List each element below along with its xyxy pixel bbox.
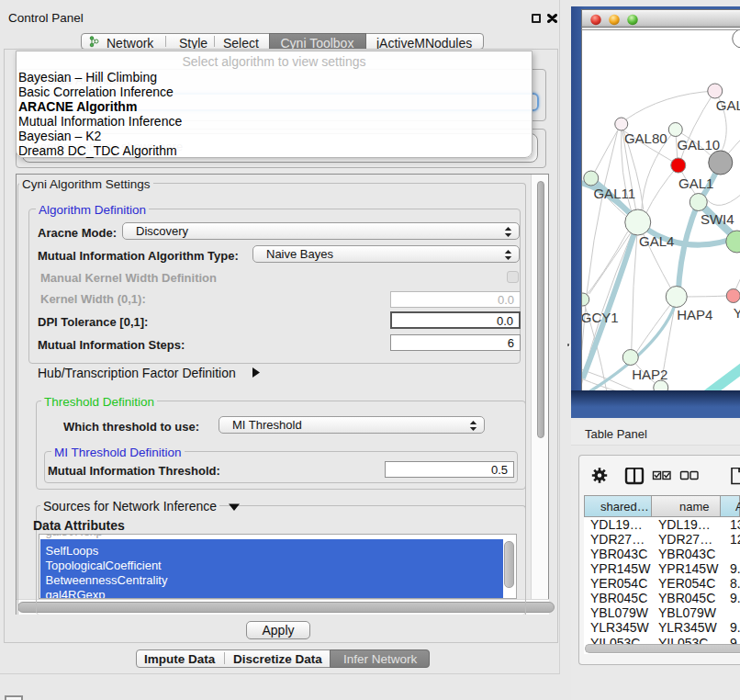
svg-text:HAP4: HAP4 bbox=[677, 307, 712, 322]
svg-text:Y: Y bbox=[734, 305, 740, 321]
svg-text:GCY1: GCY1 bbox=[581, 310, 619, 325]
svg-text:GAL4: GAL4 bbox=[639, 233, 674, 249]
svg-text:SWI4: SWI4 bbox=[701, 211, 734, 227]
svg-text:GAL1: GAL1 bbox=[678, 175, 713, 191]
svg-text:GAL11: GAL11 bbox=[593, 186, 635, 201]
svg-text:GAL: GAL bbox=[716, 97, 740, 113]
svg-text:GAL80: GAL80 bbox=[624, 130, 667, 146]
svg-text:HAP2: HAP2 bbox=[632, 367, 667, 382]
svg-text:GAL10: GAL10 bbox=[677, 137, 720, 152]
